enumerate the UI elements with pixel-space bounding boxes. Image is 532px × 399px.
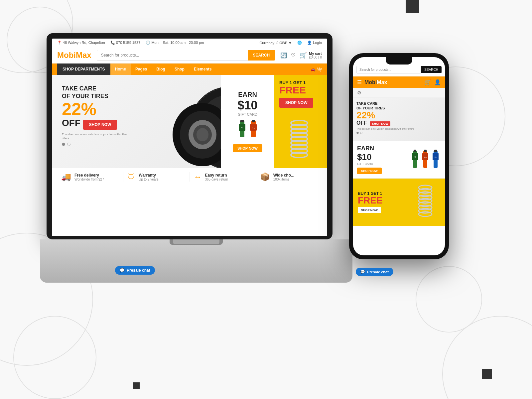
phone-search-input[interactable] <box>356 66 421 73</box>
laptop-screen-outer: 📍 48 Walwyn Rd, Chapelton 📞 070 5159 153… <box>47 33 332 239</box>
nav-link-shop[interactable]: Shop <box>170 64 189 75</box>
hero-discount: 22% <box>62 100 317 118</box>
feature-return: ↔ Easy return 365 days return <box>190 172 256 182</box>
phone-buy1get1-btn[interactable]: SHOP NOW <box>358 207 381 213</box>
feature-warranty-text: Warranty Up to 2 years <box>139 173 158 181</box>
laptop-hinge <box>173 239 219 244</box>
site-topbar: 📍 48 Walwyn Rd, Chapelton 📞 070 5159 153… <box>52 39 327 47</box>
chat-icon-phone: 💬 <box>360 270 365 274</box>
phone-logo: MobiMax <box>364 79 387 85</box>
phone-hero-discount: 22% <box>356 111 442 120</box>
phone-hero-disclaimer: This discount is not valid in conjunctio… <box>356 127 442 130</box>
feature-wide-text: Wide cho... 100k items <box>273 173 294 181</box>
phone-hero-dots <box>356 132 442 134</box>
svg-rect-41 <box>414 150 416 152</box>
phone-hero-shop-btn[interactable]: SHOP NOW <box>370 121 390 126</box>
svg-point-60 <box>419 212 432 216</box>
hero-content: TAKE CARE OF YOUR TIRES 22% OFF SHOP NOW… <box>52 75 327 168</box>
feature-delivery-text: Free delivery Worldwide from $27 <box>74 173 104 181</box>
phone-notch <box>386 57 412 65</box>
wishlist-icon[interactable]: ♡ <box>291 52 296 59</box>
phone-outer: SEARCH ☰ MobiMax 🛒 👤 ⚙ <box>349 53 449 259</box>
site-header: MobiMax SEARCH 🔄 ♡ 🛒 My cart £0.00 | 0 <box>52 47 327 64</box>
nav-link-blog[interactable]: Blog <box>152 64 170 75</box>
header-icons: 🔄 ♡ 🛒 My cart £0.00 | 0 <box>280 52 322 59</box>
presale-chat-phone[interactable]: 💬 Presale chat <box>356 268 393 276</box>
phone-oil-2: Mag <box>421 149 431 171</box>
nav-right: 🚗 My <box>311 67 322 71</box>
phone-dot-1[interactable] <box>356 132 359 134</box>
nav-link-pages[interactable]: Pages <box>131 64 152 75</box>
hero-banner: TAKE CARE OF YOUR TIRES 22% OFF SHOP NOW… <box>52 75 327 168</box>
nav-departments[interactable]: SHOP DEPARTMENTS <box>57 64 110 75</box>
phone-settings-bar: ⚙ <box>353 88 445 98</box>
site-nav: SHOP DEPARTMENTS Home Pages Blog Shop El… <box>52 64 327 75</box>
bg-circle-7 <box>442 316 532 399</box>
phone-search-bar: SEARCH <box>353 63 445 76</box>
bg-circle-6 <box>416 266 482 332</box>
hero-subtitle: TAKE CARE OF YOUR TIRES <box>62 85 317 100</box>
deco-sq-4 <box>133 382 140 389</box>
cart-button[interactable]: 🛒 My cart £0.00 | 0 <box>300 52 322 59</box>
hero-off-label: OFF SHOP NOW <box>62 116 317 130</box>
search-input[interactable] <box>97 50 248 61</box>
site-logo: MobiMax <box>57 51 91 60</box>
phone-earn-gift: GIFT CARD <box>357 162 382 166</box>
phone-cart-icon[interactable]: 🛒 <box>424 79 431 85</box>
phone-buy1get1-text: BUY 1 GET 1 FREE SHOP NOW <box>358 191 383 213</box>
hamburger-icon[interactable]: ☰ <box>357 79 362 85</box>
laptop: 📍 48 Walwyn Rd, Chapelton 📞 070 5159 153… <box>47 33 346 283</box>
svg-rect-49 <box>434 150 437 152</box>
phone-earn-amount-wrap: $10 <box>357 152 382 162</box>
phone-earn-text: EARN $10 GIFT CARD SHOP NOW <box>357 145 382 174</box>
topbar-right: Currency: £ GBP ▼ 🌐 👤 Login <box>259 41 322 45</box>
hero-dots <box>62 143 317 146</box>
laptop-screen: 📍 48 Walwyn Rd, Chapelton 📞 070 5159 153… <box>52 39 327 236</box>
topbar-address: 📍 48 Walwyn Rd, Chapelton <box>57 41 105 45</box>
topbar-phone: 📞 070 5159 1537 <box>110 41 140 45</box>
phone-header-left: ☰ MobiMax <box>357 79 387 85</box>
bg-circle-4 <box>13 316 96 399</box>
topbar-hours: 🕐 Mon. - Sat. 10:00 am - 20:00 pm <box>146 41 204 45</box>
phone-hero: TAKE CARE OF YOUR TIRES 22% OFF SHOP NOW… <box>353 98 445 141</box>
phone-tire-svg <box>353 137 396 141</box>
phone-hero-content: TAKE CARE OF YOUR TIRES 22% OFF SHOP NOW… <box>353 98 445 137</box>
phone-header-icons: 🛒 👤 <box>424 79 441 85</box>
svg-text:Mag: Mag <box>424 156 427 158</box>
hero-dot-1[interactable] <box>62 143 65 146</box>
nav-link-elements[interactable]: Elements <box>189 64 216 75</box>
topbar-globe: 🌐 <box>297 41 302 45</box>
presale-chat-laptop[interactable]: 💬 Presale chat <box>115 266 155 275</box>
topbar-currency: Currency: £ GBP ▼ <box>259 41 292 45</box>
nav-link-home[interactable]: Home <box>110 64 131 75</box>
search-bar[interactable]: SEARCH <box>97 50 275 61</box>
phone-user-icon[interactable]: 👤 <box>434 79 441 85</box>
cart-info: My cart £0.00 | 0 <box>309 52 322 59</box>
delivery-icon: 🚚 <box>61 172 71 182</box>
settings-icon[interactable]: ⚙ <box>357 90 361 95</box>
phone-spring-illustration <box>410 183 440 221</box>
phone-hero-off: OFF SHOP NOW <box>356 120 442 126</box>
search-button[interactable]: SEARCH <box>248 50 275 61</box>
topbar-login[interactable]: 👤 Login <box>307 41 322 45</box>
refresh-icon[interactable]: 🔄 <box>280 52 287 59</box>
feature-return-text: Easy return 365 days return <box>205 173 228 181</box>
hero-shop-now-btn[interactable]: SHOP NOW <box>83 120 117 130</box>
deco-sq-1 <box>406 0 419 13</box>
feature-bar: 🚚 Free delivery Worldwide from $27 🛡 War… <box>52 168 327 186</box>
phone-dot-2[interactable] <box>360 132 362 134</box>
phone-search-button[interactable]: SEARCH <box>421 66 442 73</box>
phone-tire-area <box>353 137 396 141</box>
phone-buy1get1: BUY 1 GET 1 FREE SHOP NOW <box>353 179 445 226</box>
warranty-icon: 🛡 <box>127 172 135 182</box>
phone-earn-btn[interactable]: SHOP NOW <box>357 168 382 174</box>
phone-earn-amount: $10 <box>357 152 371 162</box>
phone-screen: SEARCH ☰ MobiMax 🛒 👤 ⚙ <box>353 57 445 255</box>
phone-earn-section: EARN $10 GIFT CARD SHOP NOW HE <box>353 141 445 179</box>
phone-oil-1: HE <box>411 149 420 171</box>
cart-icon: 🛒 <box>300 52 307 59</box>
svg-rect-45 <box>424 150 427 152</box>
feature-wide: 📦 Wide cho... 100k items <box>256 172 322 182</box>
hero-dot-2[interactable] <box>67 143 70 146</box>
phone-device: SEARCH ☰ MobiMax 🛒 👤 ⚙ <box>349 53 449 269</box>
